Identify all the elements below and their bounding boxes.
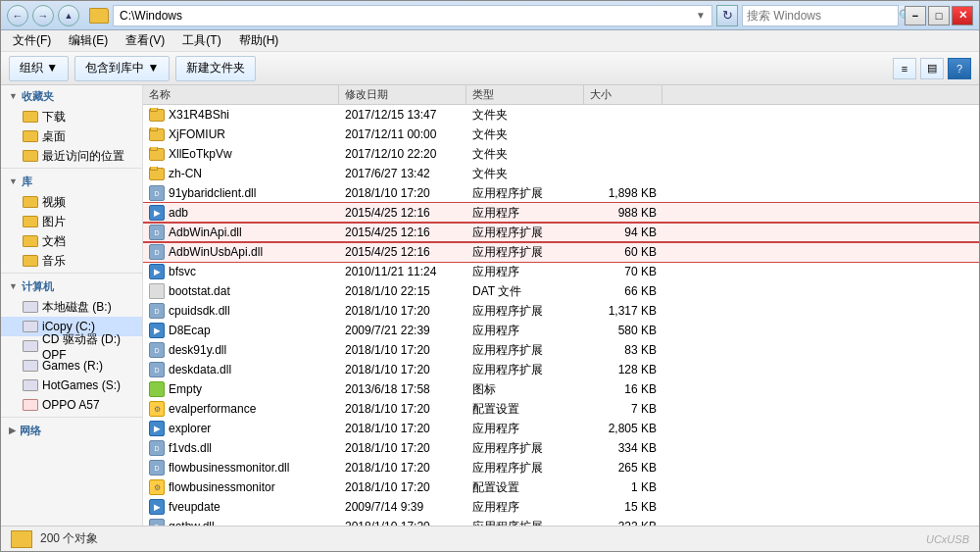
dll-icon: D — [149, 185, 165, 201]
sidebar-divider-3 — [1, 417, 142, 418]
file-date: 2017/12/10 22:20 — [339, 147, 466, 161]
view-details-button[interactable]: ▤ — [920, 58, 944, 79]
file-size: 83 KB — [584, 343, 662, 357]
sidebar-section-favorites: ▼ 收藏夹 下载 桌面 最近访问的位置 — [1, 85, 142, 166]
menu-file[interactable]: 文件(F) — [5, 30, 59, 51]
network-label: 网络 — [20, 424, 41, 438]
table-row[interactable]: D flowbusinessmonitor.dll 2018/1/10 17:2… — [143, 458, 979, 477]
menu-tools[interactable]: 工具(T) — [174, 30, 228, 51]
col-header-name[interactable]: 名称 — [143, 85, 339, 104]
table-row[interactable]: D f1vds.dll 2018/1/10 17:20 应用程序扩展 334 K… — [143, 438, 979, 458]
dat-icon — [149, 283, 165, 299]
file-size: 334 KB — [584, 441, 662, 455]
table-row[interactable]: D AdbWinUsbApi.dll 2015/4/25 12:16 应用程序扩… — [143, 242, 979, 262]
file-type: 应用程序 — [466, 205, 584, 222]
sidebar-item-drive-b[interactable]: 本地磁盘 (B:) — [1, 297, 142, 317]
sidebar-item-pictures[interactable]: 图片 — [1, 212, 142, 231]
col-header-type[interactable]: 类型 — [466, 85, 584, 104]
file-type: 应用程序扩展 — [466, 440, 584, 457]
table-row[interactable]: ▶ adb 2015/4/25 12:16 应用程序 988 KB — [143, 203, 979, 223]
sidebar-header-computer[interactable]: ▼ 计算机 — [1, 276, 142, 297]
forward-button[interactable]: → — [32, 5, 54, 26]
view-list-button[interactable]: ≡ — [893, 58, 916, 79]
network-arrow: ▶ — [9, 426, 16, 435]
sidebar-item-phone[interactable]: OPPO A57 — [1, 395, 142, 415]
table-row[interactable]: D desk91y.dll 2018/1/10 17:20 应用程序扩展 83 … — [143, 340, 979, 360]
menu-edit[interactable]: 编辑(E) — [61, 30, 116, 51]
cfg-icon: ⚙ — [149, 479, 165, 495]
status-folder-icon — [11, 530, 32, 548]
table-row[interactable]: D 91ybaridclient.dll 2018/1/10 17:20 应用程… — [143, 183, 979, 203]
sidebar-header-favorites[interactable]: ▼ 收藏夹 — [1, 85, 142, 107]
maximize-button[interactable]: □ — [928, 6, 950, 25]
table-row[interactable]: ⚙ evalperformance 2018/1/10 17:20 配置设置 7… — [143, 399, 979, 419]
table-row[interactable]: ⚙ flowbusinessmonitor 2018/1/10 17:20 配置… — [143, 477, 979, 497]
sidebar-item-documents[interactable]: 文档 — [1, 231, 142, 251]
back-button[interactable]: ← — [7, 5, 28, 26]
address-dropdown-icon[interactable]: ▼ — [696, 10, 706, 21]
sidebar-divider-2 — [1, 273, 142, 274]
file-date: 2009/7/14 9:39 — [339, 500, 466, 514]
close-button[interactable]: ✕ — [952, 6, 973, 25]
table-row[interactable]: ▶ D8Ecap 2009/7/21 22:39 应用程序 580 KB — [143, 321, 979, 340]
file-type: 文件夹 — [466, 126, 584, 143]
file-size: 1,317 KB — [584, 304, 662, 318]
file-date: 2018/1/10 17:20 — [339, 422, 466, 435]
file-date: 2018/1/10 17:20 — [339, 402, 466, 416]
table-row[interactable]: bootstat.dat 2018/1/10 22:15 DAT 文件 66 K… — [143, 281, 979, 301]
sidebar-item-drive-d[interactable]: CD 驱动器 (D:) OPF — [1, 336, 142, 356]
table-row[interactable]: D AdbWinApi.dll 2015/4/25 12:16 应用程序扩展 9… — [143, 223, 979, 242]
table-row[interactable]: Empty 2013/6/18 17:58 图标 16 KB — [143, 379, 979, 399]
favorites-arrow: ▼ — [9, 91, 18, 101]
folder-icon — [149, 109, 165, 122]
sidebar-item-downloads[interactable]: 下载 — [1, 107, 142, 126]
organize-button[interactable]: 组织 ▼ — [9, 56, 69, 81]
new-folder-button[interactable]: 新建文件夹 — [175, 56, 256, 81]
menu-view[interactable]: 查看(V) — [118, 30, 172, 51]
table-row[interactable]: zh-CN 2017/6/27 13:42 文件夹 — [143, 164, 979, 183]
help-button[interactable]: ? — [948, 58, 971, 79]
sidebar-item-label: HotGames (S:) — [42, 378, 121, 392]
add-to-library-button[interactable]: 包含到库中 ▼ — [74, 56, 170, 81]
file-size: 988 KB — [584, 206, 662, 220]
table-row[interactable]: ▶ bfsvc 2010/11/21 11:24 应用程序 70 KB — [143, 262, 979, 281]
table-row[interactable]: D deskdata.dll 2018/1/10 17:20 应用程序扩展 12… — [143, 360, 979, 379]
dll-icon: D — [149, 362, 165, 377]
file-size: 16 KB — [584, 382, 662, 396]
file-name: ▶ explorer — [143, 421, 339, 436]
up-button[interactable]: ▲ — [58, 5, 79, 26]
sidebar-header-network[interactable]: ▶ 网络 — [1, 420, 142, 441]
file-name: ⚙ evalperformance — [143, 401, 339, 417]
sidebar-item-recent[interactable]: 最近访问的位置 — [1, 146, 142, 166]
nav-controls: ← → ▲ — [7, 5, 109, 26]
file-date: 2017/12/11 00:00 — [339, 127, 466, 141]
table-row[interactable]: ▶ explorer 2018/1/10 17:20 应用程序 2,805 KB — [143, 419, 979, 438]
table-row[interactable]: ▶ fveupdate 2009/7/14 9:39 应用程序 15 KB — [143, 497, 979, 517]
sidebar-item-music[interactable]: 音乐 — [1, 251, 142, 271]
file-type: 应用程序扩展 — [466, 342, 584, 359]
menu-help[interactable]: 帮助(H) — [231, 30, 287, 51]
table-row[interactable]: XllEoTkpVw 2017/12/10 22:20 文件夹 — [143, 144, 979, 164]
search-box[interactable]: 🔍 — [742, 5, 899, 26]
address-bar[interactable]: C:\Windows ▼ — [113, 5, 712, 26]
table-row[interactable]: D gethw.dll 2018/1/10 17:20 应用程序扩展 322 K… — [143, 517, 979, 526]
sidebar-item-desktop[interactable]: 桌面 — [1, 126, 142, 146]
status-bar: 200 个对象 UCxUSB — [1, 526, 979, 551]
col-header-size[interactable]: 大小 — [584, 85, 662, 104]
sidebar-item-video[interactable]: 视频 — [1, 192, 142, 212]
file-name: ▶ fveupdate — [143, 499, 339, 515]
sidebar-header-libraries[interactable]: ▼ 库 — [1, 171, 142, 192]
sidebar-item-drive-s[interactable]: HotGames (S:) — [1, 376, 142, 395]
file-name: D 91ybaridclient.dll — [143, 185, 339, 201]
file-date: 2018/1/10 22:15 — [339, 284, 466, 298]
file-size: 128 KB — [584, 363, 662, 376]
folder-icon — [23, 150, 38, 162]
col-header-date[interactable]: 修改日期 — [339, 85, 466, 104]
table-row[interactable]: D cpuidsdk.dll 2018/1/10 17:20 应用程序扩展 1,… — [143, 301, 979, 321]
search-input[interactable] — [743, 9, 898, 23]
status-count: 200 个对象 — [40, 530, 98, 547]
table-row[interactable]: X31R4BShi 2017/12/15 13:47 文件夹 — [143, 105, 979, 125]
table-row[interactable]: XjFOMIUR 2017/12/11 00:00 文件夹 — [143, 125, 979, 144]
minimize-button[interactable]: − — [905, 6, 926, 25]
refresh-button[interactable]: ↻ — [716, 5, 738, 26]
